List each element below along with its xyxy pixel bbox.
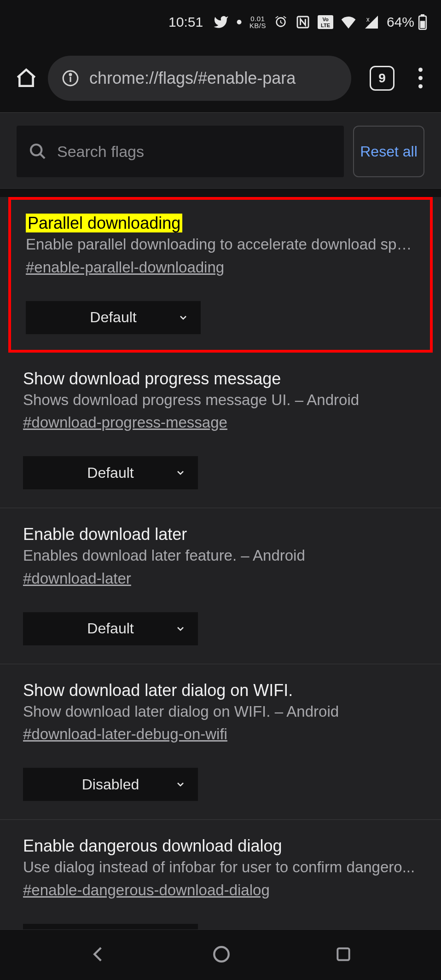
flag-anchor-link[interactable]: #enable-parallel-downloading [26,259,224,276]
svg-line-12 [40,154,45,158]
flag-row: Show download later dialog on WIFI. Show… [0,664,441,820]
svg-text:Vo: Vo [322,17,329,22]
network-speed-indicator: 0.01 KB/S [250,15,266,29]
home-button[interactable] [15,67,38,90]
flag-title: Parallel downloading [26,214,182,232]
battery-indicator: 64% [387,14,427,30]
flag-value-label: Default [23,620,198,637]
android-nav-bar [0,929,441,980]
flag-value-dropdown[interactable]: Default [23,456,198,489]
flag-anchor-link[interactable]: #download-progress-message [23,414,227,431]
flag-row: Enable download later Enables download l… [0,508,441,664]
flag-anchor-link[interactable]: #enable-dangerous-download-dialog [23,881,270,899]
flag-title: Show download later dialog on WIFI. [23,681,293,700]
battery-percent: 64% [387,14,414,30]
browser-toolbar: chrome://flags/#enable-para 9 [0,44,441,113]
android-status-bar: 10:51 • 0.01 KB/S VoLTE x 64% [0,0,441,44]
alarm-icon [273,15,288,29]
tab-count: 9 [378,71,386,86]
svg-point-10 [70,74,71,75]
status-time: 10:51 [168,14,203,30]
flag-row: Show download progress message Shows dow… [0,353,441,509]
flag-value-dropdown[interactable]: Default [26,301,201,334]
flag-value-dropdown[interactable]: Default [23,612,198,645]
search-flags-box[interactable] [17,126,344,177]
flag-description: Use dialog instead of infobar for user t… [23,856,418,879]
cellular-signal-icon: x [364,16,379,29]
chevron-down-icon [175,779,186,790]
flags-list: Parallel downloading Enable parallel dow… [0,197,441,975]
battery-icon [418,14,427,30]
volte-icon: VoLTE [318,15,333,29]
reset-all-button[interactable]: Reset all [353,126,424,177]
svg-point-11 [31,145,41,155]
svg-rect-14 [338,948,349,960]
overflow-menu-button[interactable] [413,68,428,88]
flag-description: Enables download later feature. – Androi… [23,544,418,567]
flag-description: Show download later dialog on WIFI. – An… [23,700,418,723]
svg-text:LTE: LTE [321,23,330,28]
twitter-icon [213,14,229,30]
nav-home-button[interactable] [212,945,231,966]
flag-title: Enable download later [23,525,187,544]
flag-anchor-link[interactable]: #download-later-debug-on-wifi [23,725,227,743]
tab-switcher-button[interactable]: 9 [370,66,395,91]
flags-header: Reset all [0,113,441,189]
site-info-icon[interactable] [62,70,79,87]
search-icon [29,142,47,161]
flag-value-dropdown[interactable]: Disabled [23,768,198,801]
url-text: chrome://flags/#enable-para [89,69,337,88]
nav-recents-button[interactable] [335,945,352,965]
nav-back-button[interactable] [89,945,108,966]
svg-text:x: x [366,16,370,23]
svg-point-13 [214,947,229,962]
flag-value-label: Disabled [23,776,198,793]
flag-row: Parallel downloading Enable parallel dow… [8,197,433,353]
chevron-down-icon [178,312,189,323]
flag-title: Enable dangerous download dialog [23,836,282,855]
url-bar[interactable]: chrome://flags/#enable-para [48,56,351,101]
svg-rect-7 [420,21,425,28]
flag-value-label: Default [26,309,201,326]
flag-description: Shows download progress message UI. – An… [23,389,418,412]
nfc-icon [296,15,310,29]
chevron-down-icon [175,623,186,634]
reset-all-label: Reset all [360,142,418,161]
wifi-icon [341,16,356,29]
flag-anchor-link[interactable]: #download-later [23,570,131,587]
chevron-down-icon [175,467,186,478]
flag-value-label: Default [23,464,198,481]
search-flags-input[interactable] [57,143,332,161]
flag-title: Show download progress message [23,369,281,388]
flag-description: Enable parallel downloading to accelerat… [26,233,415,256]
